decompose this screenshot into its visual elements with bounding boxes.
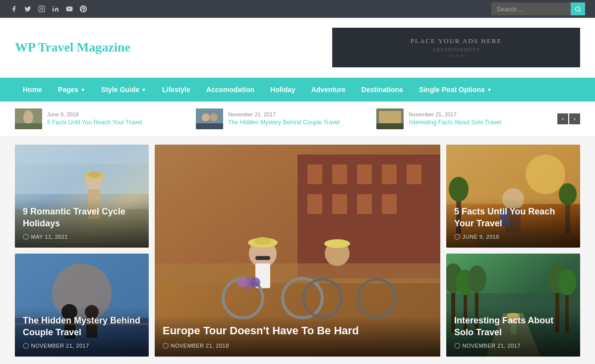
ticker-date-0: June 9, 2018 (47, 111, 186, 117)
clock-icon-center: ◯ (163, 342, 169, 349)
ticker-prev-button[interactable]: ‹ (557, 113, 568, 124)
card-title-right-top: 5 Facts Until You Reach Your Travel (454, 206, 572, 229)
search-input[interactable] (491, 2, 571, 15)
ticker-item-0: June 9, 2018 5 Facts Until You Reach You… (15, 108, 186, 129)
social-icons (10, 5, 87, 13)
card-overlay-right-top: 5 Facts Until You Reach Your Travel ◯ JU… (446, 198, 580, 248)
card-title-left-top: 9 Romantic Travel Cycle Holidays (23, 206, 141, 229)
ad-main-text: PLACE YOUR ADS HERE (411, 37, 502, 45)
svg-rect-13 (196, 123, 223, 129)
card-left-bottom[interactable]: The Hidden Mystery Behind Couple Travel … (15, 254, 149, 357)
card-right-top[interactable]: 5 Facts Until You Reach Your Travel ◯ JU… (446, 145, 580, 248)
card-date-left-bottom: ◯ NOVEMBER 21, 2017 (23, 342, 141, 349)
ticker-thumb-1 (196, 108, 223, 129)
svg-rect-24 (15, 145, 149, 164)
nav-item-home[interactable]: Home (15, 78, 50, 102)
ticker-bar: June 9, 2018 5 Facts Until You Reach You… (0, 102, 595, 137)
svg-rect-16 (376, 123, 404, 129)
card-date-right-top: ◯ JUNE 9, 2018 (454, 233, 572, 240)
ticker-thumb-2 (376, 108, 404, 129)
svg-point-50 (250, 277, 260, 287)
ticker-item-1: November 21, 2017 The Hidden Mystery Beh… (196, 108, 367, 129)
card-left-top[interactable]: 9 Romantic Travel Cycle Holidays ◯ MAY 1… (15, 145, 149, 248)
clock-icon-left-top: ◯ (23, 233, 29, 240)
clock-icon-right-bottom: ◯ (454, 342, 461, 349)
ticker-info-0: June 9, 2018 5 Facts Until You Reach You… (47, 111, 186, 127)
clock-icon-left-bottom: ◯ (23, 342, 29, 349)
ticker-info-2: November 21, 2017 Interesting Facts Abou… (409, 111, 547, 127)
pinterest-icon[interactable] (79, 5, 87, 13)
svg-point-12 (210, 113, 218, 121)
svg-rect-42 (255, 256, 270, 260)
linkedin-icon[interactable] (52, 5, 60, 13)
nav-item-pages[interactable]: Pages ▼ (50, 78, 93, 102)
svg-rect-9 (15, 123, 42, 129)
clock-icon-right-top: ◯ (454, 233, 461, 240)
main-nav: Home Pages ▼ Style Guide ▼ Lifestyle Acc… (0, 78, 595, 102)
svg-rect-15 (379, 111, 401, 123)
twitter-icon[interactable] (24, 5, 32, 13)
svg-point-79 (468, 265, 486, 293)
nav-item-destinations[interactable]: Destinations (354, 78, 411, 102)
card-overlay-left-top: 9 Romantic Travel Cycle Holidays ◯ MAY 1… (15, 198, 149, 248)
svg-point-51 (237, 277, 247, 287)
ticker-date-1: November 21, 2017 (228, 111, 367, 117)
svg-rect-31 (382, 164, 397, 184)
svg-point-83 (558, 269, 576, 295)
card-overlay-right-bottom: Interesting Facts About Solo Travel ◯ NO… (446, 307, 580, 357)
ticker-title-1[interactable]: The Hidden Mystery Behind Couple Travel (228, 119, 367, 127)
svg-point-23 (88, 171, 100, 177)
card-date-center: ◯ NOVEMBER 21, 2018 (163, 342, 432, 349)
search-bar (491, 2, 585, 15)
svg-rect-29 (332, 164, 347, 184)
svg-point-40 (254, 237, 271, 245)
card-title-center: Europe Tour Doesn't Have To Be Hard (163, 324, 432, 338)
nav-item-single-post-options[interactable]: Single Post Options ▼ (411, 78, 500, 102)
nav-item-accomodation[interactable]: Accomodation (198, 78, 262, 102)
nav-item-lifestyle[interactable]: Lifestyle (154, 78, 198, 102)
svg-rect-34 (332, 194, 347, 214)
facebook-icon[interactable] (10, 5, 18, 13)
svg-point-11 (202, 113, 210, 121)
svg-line-6 (579, 10, 580, 11)
ticker-date-2: November 21, 2017 (409, 111, 547, 117)
ticker-item-2: November 21, 2017 Interesting Facts Abou… (376, 108, 547, 129)
svg-rect-2 (53, 8, 54, 11)
svg-rect-35 (357, 194, 372, 214)
card-title-right-bottom: Interesting Facts About Solo Travel (454, 315, 572, 338)
site-logo[interactable]: WP Travel Magazine (15, 40, 130, 55)
ad-sub-text: ADVERTISEMENT (432, 47, 480, 52)
search-button[interactable] (571, 2, 585, 15)
svg-rect-32 (407, 164, 421, 184)
nav-item-adventure[interactable]: Adventure (303, 78, 354, 102)
card-date-left-top: ◯ MAY 11, 2021 (23, 233, 141, 240)
card-title-left-bottom: The Hidden Mystery Behind Couple Travel (23, 315, 141, 338)
pages-dropdown-arrow: ▼ (80, 87, 85, 93)
svg-rect-36 (382, 194, 397, 214)
card-overlay-left-bottom: The Hidden Mystery Behind Couple Travel … (15, 307, 149, 357)
card-center[interactable]: Europe Tour Doesn't Have To Be Hard ◯ NO… (155, 145, 440, 357)
youtube-icon[interactable] (65, 5, 73, 13)
ad-size-text: 728 X 90 (448, 53, 465, 58)
svg-point-8 (23, 110, 33, 124)
ticker-title-0[interactable]: 5 Facts Until You Reach Your Travel (47, 119, 186, 127)
top-bar (0, 0, 595, 18)
svg-rect-33 (307, 194, 322, 214)
ticker-title-2[interactable]: Interesting Facts About Solo Travel (409, 119, 547, 127)
ad-banner: PLACE YOUR ADS HERE ADVERTISEMENT 728 X … (332, 28, 580, 67)
style-guide-dropdown-arrow: ▼ (141, 87, 146, 93)
svg-point-44 (324, 239, 350, 248)
instagram-icon[interactable] (38, 5, 46, 13)
svg-point-3 (53, 6, 54, 7)
svg-rect-30 (357, 164, 372, 184)
ticker-info-1: November 21, 2017 The Hidden Mystery Beh… (228, 111, 367, 127)
card-date-right-bottom: ◯ NOVEMBER 21, 2017 (454, 342, 572, 349)
header: WP Travel Magazine PLACE YOUR ADS HERE A… (0, 18, 595, 78)
svg-rect-0 (39, 6, 45, 12)
nav-item-style-guide[interactable]: Style Guide ▼ (93, 78, 154, 102)
ticker-next-button[interactable]: › (569, 113, 580, 124)
card-right-bottom[interactable]: Interesting Facts About Solo Travel ◯ NO… (446, 254, 580, 357)
ticker-thumb-0 (15, 108, 42, 129)
svg-point-54 (526, 155, 565, 194)
nav-item-holiday[interactable]: Holiday (262, 78, 303, 102)
